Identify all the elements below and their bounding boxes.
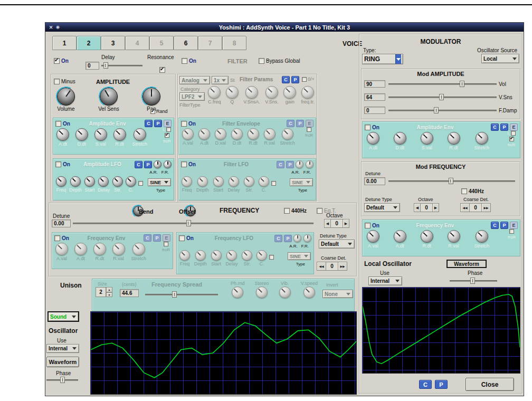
octave-increment-button[interactable]: ▶: [343, 219, 349, 228]
freq-knob[interactable]: [182, 176, 192, 187]
mod-octave-value[interactable]: 0: [421, 203, 432, 212]
slider-thumb[interactable]: [103, 62, 108, 69]
mod-vol-slider[interactable]: [388, 81, 497, 87]
mod-freq-env-on-checkbox[interactable]: [365, 223, 370, 228]
str-knob[interactable]: [112, 176, 123, 187]
lfo-cont-checkbox[interactable]: [138, 181, 143, 186]
d-dt-knob[interactable]: [394, 132, 406, 145]
amp-rand-knob[interactable]: [293, 234, 301, 242]
linear-checkbox[interactable]: [166, 127, 171, 132]
copy-button[interactable]: C: [282, 76, 290, 83]
slider-thumb[interactable]: [172, 291, 177, 298]
a-dt-knob[interactable]: [198, 128, 210, 140]
copy-button[interactable]: C: [274, 235, 282, 242]
close-icon[interactable]: ✕: [48, 25, 54, 30]
c-freq-knob[interactable]: [208, 86, 221, 99]
slider-thumb[interactable]: [186, 220, 191, 226]
voice-tab-1[interactable]: 1: [52, 36, 77, 50]
amp-rand-knob[interactable]: [154, 160, 162, 168]
r-val-knob[interactable]: [264, 128, 276, 140]
mod-vol-value[interactable]: 90: [364, 80, 385, 88]
resonance-checkbox[interactable]: [159, 67, 165, 73]
r-dt-knob[interactable]: [248, 128, 259, 140]
depth-knob[interactable]: [70, 176, 81, 187]
close-button[interactable]: Close: [466, 378, 514, 391]
detune-type-dropdown[interactable]: Default: [319, 240, 355, 249]
slider-thumb[interactable]: [60, 377, 65, 383]
coarse-detune-value[interactable]: 0: [326, 262, 338, 271]
frcr-checkbox[interactable]: [509, 229, 514, 234]
depth-knob[interactable]: [197, 176, 208, 187]
mod-use-dropdown[interactable]: Internal: [368, 276, 402, 285]
sticky-icon[interactable]: ✳: [54, 25, 61, 30]
mod-amp-env-on-checkbox[interactable]: [365, 125, 370, 130]
rand-checkbox[interactable]: [150, 109, 155, 114]
vel-sens-knob[interactable]: [100, 88, 118, 106]
v-speed-knob[interactable]: [303, 287, 315, 298]
voice-tab-2[interactable]: 2: [77, 36, 101, 50]
filter-lfo-on-checkbox[interactable]: [181, 161, 187, 167]
lfo-cont-checkbox[interactable]: [271, 181, 276, 186]
r-val-knob[interactable]: [112, 243, 125, 255]
lfo-type-dropdown[interactable]: SINE: [290, 178, 313, 186]
stereo-knob[interactable]: [256, 287, 268, 298]
gain-knob[interactable]: [283, 86, 296, 99]
v-sns-knob[interactable]: [265, 86, 278, 99]
freq-rand-knob[interactable]: [164, 160, 172, 168]
octave-decrement-button[interactable]: ◀: [324, 219, 331, 228]
osc-source-dropdown[interactable]: Local: [481, 54, 519, 63]
d-val-knob[interactable]: [215, 128, 226, 140]
paste-button[interactable]: P: [296, 120, 304, 127]
pan-knob[interactable]: [142, 88, 160, 106]
minus-checkbox[interactable]: [54, 79, 60, 84]
delay-slider[interactable]: [101, 62, 142, 69]
octave-value[interactable]: 0: [331, 219, 343, 228]
mod-waveform-button[interactable]: Waveform: [446, 260, 487, 268]
r-dt-knob[interactable]: [421, 230, 433, 243]
copy-button[interactable]: C: [135, 161, 142, 168]
delay-knob[interactable]: [226, 250, 237, 261]
paste-button[interactable]: P: [154, 120, 162, 127]
volume-knob[interactable]: [57, 88, 75, 106]
mod-fdamp-slider[interactable]: [388, 107, 497, 113]
r-dt-knob[interactable]: [113, 128, 126, 141]
mod-type-dropdown[interactable]: RING: [362, 54, 403, 64]
bypass-global-checkbox[interactable]: [259, 58, 264, 64]
edit-button[interactable]: E: [510, 123, 518, 131]
mod-detune-slider[interactable]: [388, 178, 515, 184]
copy-button[interactable]: C: [145, 120, 153, 127]
size-down-button[interactable]: ▼: [106, 292, 112, 297]
delay-knob[interactable]: [98, 176, 109, 187]
stretch-knob[interactable]: [282, 128, 293, 140]
detune-value[interactable]: 0.00: [52, 219, 71, 227]
paste-button[interactable]: P: [500, 123, 508, 131]
d-dt-knob[interactable]: [75, 128, 88, 141]
slider-thumb[interactable]: [434, 107, 439, 113]
detune-slider[interactable]: [73, 220, 314, 226]
lfo-type-dropdown[interactable]: SINE: [288, 252, 311, 260]
freq-env-on-checkbox[interactable]: [54, 235, 60, 241]
a-dt-knob[interactable]: [56, 128, 69, 141]
copy-button[interactable]: C: [491, 123, 499, 131]
mod-detune-type-dropdown[interactable]: Default: [364, 203, 400, 212]
use-dropdown[interactable]: Internal: [46, 344, 79, 353]
filter-category-dropdown[interactable]: Analog: [179, 76, 210, 84]
spread-slider[interactable]: [145, 291, 218, 298]
eqt-checkbox[interactable]: [317, 208, 322, 214]
mod-phase-slider[interactable]: [450, 278, 497, 284]
a-val-knob[interactable]: [55, 243, 68, 255]
mod-hz440-checkbox[interactable]: [461, 188, 467, 194]
zero-plus-checkbox[interactable]: [302, 77, 307, 82]
mod-vsns-value[interactable]: 64: [364, 93, 385, 101]
stretch-knob[interactable]: [476, 132, 488, 145]
stretch-knob[interactable]: [132, 243, 145, 255]
depth-knob[interactable]: [195, 250, 206, 261]
freq-lfo-on-checkbox[interactable]: [179, 235, 185, 241]
stretch-knob[interactable]: [134, 128, 146, 141]
amp-lfo-on-checkbox[interactable]: [55, 161, 61, 167]
freq-tr-knob[interactable]: [301, 86, 314, 99]
coarse-increment-button[interactable]: ▶▶: [481, 203, 491, 212]
copy-button[interactable]: C: [277, 161, 284, 168]
r-dt-knob[interactable]: [448, 132, 460, 145]
filter-on-checkbox[interactable]: [182, 58, 187, 64]
